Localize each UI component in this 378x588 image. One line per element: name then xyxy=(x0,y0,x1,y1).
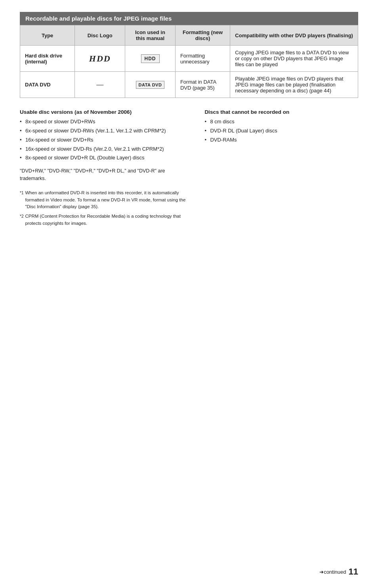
list-item: DVD-RAMs xyxy=(204,136,358,144)
footnote-2-marker: *2 xyxy=(20,213,23,220)
section-title: Recordable and playable discs for JPEG i… xyxy=(20,12,358,25)
row2-type: DATA DVD xyxy=(20,72,75,98)
table-row: DATA DVD — DATA DVD Format in DATA DVD (… xyxy=(20,72,358,98)
list-item: 16x-speed or slower DVD-Rs (Ver.2.0, Ver… xyxy=(20,146,189,153)
row1-type: Hard disk drive (internal) xyxy=(20,46,75,72)
col-header-compat: Compatibility with other DVD players (fi… xyxy=(230,25,358,46)
row1-compat: Copying JPEG image files to a DATA DVD t… xyxy=(230,46,358,72)
col-header-logo: Disc Logo xyxy=(75,25,125,46)
col-header-format: Formatting (new discs) xyxy=(175,25,230,46)
usable-disc-list: 8x-speed or slower DVD+RWs 6x-speed or s… xyxy=(20,118,189,162)
col-header-type: Type xyxy=(20,25,75,46)
hdd-badge-icon: HDD xyxy=(141,54,160,63)
cannot-record-section: Discs that cannot be recorded on 8 cm di… xyxy=(204,109,358,230)
row2-icon: DATA DVD xyxy=(125,72,176,98)
list-item: 8x-speed or slower DVD+R DL (Double Laye… xyxy=(20,154,189,162)
datadvd-badge-icon: DATA DVD xyxy=(136,81,165,89)
row2-format: Format in DATA DVD (page 35) xyxy=(175,72,230,98)
list-item: 16x-speed or slower DVD+Rs xyxy=(20,136,189,144)
footnote-2: *2 CPRM (Content Protection for Recordab… xyxy=(20,213,189,227)
footnotes: *1 When an unformatted DVD-R is inserted… xyxy=(20,190,189,227)
disc-table: Type Disc Logo Icon used in this manual … xyxy=(20,25,358,98)
col-header-icon: Icon used in this manual xyxy=(125,25,176,46)
row2-logo: — xyxy=(75,72,125,98)
row1-logo: HDD xyxy=(75,46,125,72)
list-item: 8x-speed or slower DVD+RWs xyxy=(20,118,189,126)
emdash-icon: — xyxy=(96,80,103,88)
two-col-section: Usable disc versions (as of November 200… xyxy=(20,109,358,230)
cannot-record-list: 8 cm discs DVD-R DL (Dual Layer) discs D… xyxy=(204,118,358,144)
footnote-1-text: When an unformatted DVD-R is inserted in… xyxy=(25,190,189,211)
list-item: 6x-speed or slower DVD-RWs (Ver.1.1, Ver… xyxy=(20,127,189,135)
usable-disc-title: Usable disc versions (as of November 200… xyxy=(20,109,189,115)
list-item: 8 cm discs xyxy=(204,118,358,126)
continued-label: ➜continued xyxy=(319,569,346,575)
page-number: 11 xyxy=(349,567,358,577)
row1-icon: HDD xyxy=(125,46,176,72)
list-item: DVD-R DL (Dual Layer) discs xyxy=(204,127,358,135)
row1-format: Formatting unnecessary xyxy=(175,46,230,72)
trademark-text: "DVD+RW," "DVD-RW," "DVD+R," "DVD+R DL,"… xyxy=(20,167,189,182)
footnote-1: *1 When an unformatted DVD-R is inserted… xyxy=(20,190,189,211)
table-row: Hard disk drive (internal) HDD HDD Forma… xyxy=(20,46,358,72)
usable-disc-section: Usable disc versions (as of November 200… xyxy=(20,109,189,230)
hdd-logo-icon: HDD xyxy=(89,54,111,63)
page-footer: ➜continued 11 xyxy=(319,567,358,577)
footnote-2-text: CPRM (Content Protection for Recordable … xyxy=(25,213,189,227)
footnote-1-marker: *1 xyxy=(20,190,23,196)
cannot-record-title: Discs that cannot be recorded on xyxy=(204,109,358,115)
row2-compat: Playable JPEG image files on DVD players… xyxy=(230,72,358,98)
